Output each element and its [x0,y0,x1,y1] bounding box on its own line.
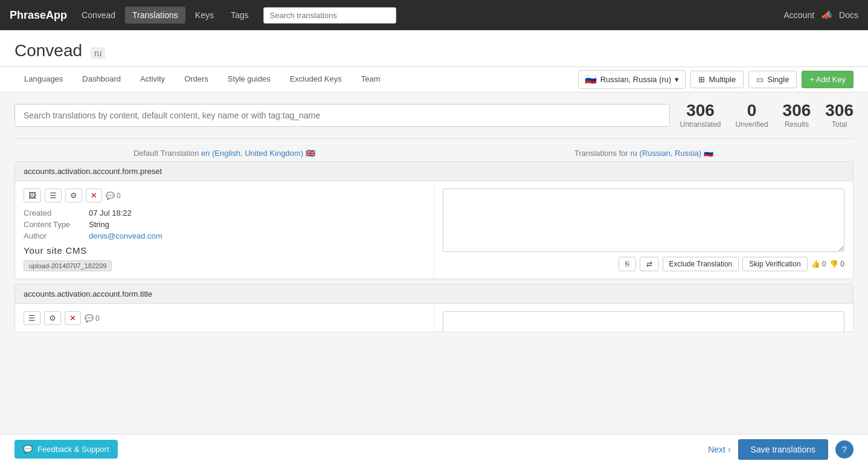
brand-logo: PhraseApp [10,9,67,22]
account-dropdown[interactable]: Account [784,10,815,20]
like-badge: 👍 0 [811,260,826,268]
comment-icon-2: 💬 [85,314,94,323]
subnav-dashboard[interactable]: Dashboard [72,67,130,92]
exclude-translation-action-button[interactable]: Exclude Translation [663,257,739,271]
skip-verification-button[interactable]: Skip Verification [742,257,807,271]
settings-tool-button[interactable]: ⚙ [65,188,82,202]
thumbs-up-icon: 👍 [811,260,820,268]
translation-input[interactable] [443,188,844,252]
language-label: Russian, Russia (ru) [600,75,672,84]
subnav-activity[interactable]: Activity [130,67,175,92]
subnav-languages[interactable]: Languages [14,67,72,92]
key-name: accounts.activation.account.form.preset [24,167,162,176]
settings-tool-button-2[interactable]: ⚙ [44,311,61,325]
search-stats-row: 306 Untranslated 0 Unverified 306 Result… [14,102,854,129]
meta-author: Author denis@convead.com [24,231,425,240]
list-tool-button-2[interactable]: ☰ [24,311,40,325]
page-title: Convead ru [14,41,854,60]
sub-nav: Languages Dashboard Activity Orders Styl… [0,67,868,92]
main-content: 306 Untranslated 0 Unverified 306 Result… [0,92,868,379]
image-tool-button[interactable]: 🖼 [24,188,41,202]
docs-link[interactable]: Docs [839,10,858,20]
card-key-row: accounts.activation.account.form.preset [15,162,853,181]
stat-results: 306 Results [783,102,811,129]
comment-count: 💬 0 [106,192,121,200]
meta-content-type: Content Type String [24,220,425,229]
nav-convead[interactable]: Convead [74,7,123,24]
subnav-style-guides[interactable]: Style guides [218,67,280,92]
table-icon: ▭ [756,75,764,84]
flag-ru-icon: 🇷🇺 [585,74,597,85]
translation-card: accounts.activation.account.form.preset … [14,161,854,279]
translation-input-2[interactable] [443,311,844,332]
card-left: 🖼 ☰ ⚙ ✕ 💬 0 Created 07 Jul 18:22 Content… [15,181,434,279]
top-search-wrap [263,7,396,24]
nav-keys[interactable]: Keys [188,7,221,24]
copy-button[interactable]: ⎘ [619,257,636,271]
column-headers: Default Translation en (English, United … [14,149,854,161]
card-tools: 🖼 ☰ ⚙ ✕ 💬 0 [24,188,425,202]
top-nav: PhraseApp Convead Translations Keys Tags… [0,0,868,30]
card-right-2 [434,304,853,332]
grid-icon: ⊞ [698,75,705,84]
nav-tags[interactable]: Tags [223,7,256,24]
meta-created: Created 07 Jul 18:22 [24,208,425,218]
default-text-2: Initial account form [24,331,425,332]
add-key-button[interactable]: + Add Key [802,71,854,88]
card-key-row-2: accounts.activation.account.form.title [15,285,853,304]
multiple-button[interactable]: ⊞ Multiple [690,71,744,88]
col-header-right: Translations for ru (Russian, Russia) 🇷🇺 [434,149,854,158]
megaphone-icon[interactable]: 📣 [821,10,832,20]
top-right-links: Account 📣 Docs [784,10,859,20]
translation-actions: ⎘ ⇄ Feedback & Support Exclude Translati… [443,257,844,271]
thumbs-down-icon: 👎 [829,260,838,268]
locale-badge: ru [91,47,105,59]
comment-icon: 💬 [106,192,115,200]
card-tools-2: ☰ ⚙ ✕ 💬 0 [24,311,425,325]
subnav-actions: 🇷🇺 Russian, Russia (ru) ▾ ⊞ Multiple ▭ S… [578,70,854,89]
main-search-input[interactable] [14,104,670,127]
dislike-badge: 👎 0 [829,260,844,268]
card-left-2: ☰ ⚙ ✕ 💬 0 Initial account form [15,304,434,332]
chevron-down-icon: ▾ [675,75,679,84]
tag-badge: upload-20140707_182209 [24,256,425,271]
page-header: Convead ru [0,30,868,67]
stats-block: 306 Untranslated 0 Unverified 306 Result… [680,102,854,129]
delete-tool-button-2[interactable]: ✕ [65,311,81,325]
comment-count-2: 💬 0 [85,314,100,323]
subnav-team[interactable]: Team [352,67,390,92]
language-selector[interactable]: 🇷🇺 Russian, Russia (ru) ▾ [578,70,686,89]
stat-unverified: 0 Unverified [736,102,768,129]
stat-total: 306 Total [825,102,854,129]
col-header-left: Default Translation en (English, United … [14,149,434,158]
divider [14,138,854,139]
default-text: Your site CMS [24,245,425,256]
card-right: ⎘ ⇄ Feedback & Support Exclude Translati… [434,181,853,279]
top-search-input[interactable] [263,7,396,24]
card-body-2: ☰ ⚙ ✕ 💬 0 Initial account form [15,304,853,332]
list-tool-button[interactable]: ☰ [45,188,62,202]
subnav-excluded-keys[interactable]: Excluded Keys [280,67,352,92]
subnav-orders[interactable]: Orders [175,67,218,92]
nav-translations[interactable]: Translations [125,7,185,24]
key-name-2: accounts.activation.account.form.title [24,289,152,298]
card-body: 🖼 ☰ ⚙ ✕ 💬 0 Created 07 Jul 18:22 Content… [15,181,853,279]
delete-tool-button[interactable]: ✕ [86,188,102,202]
translation-card-2: accounts.activation.account.form.title ☰… [14,284,854,332]
author-link[interactable]: denis@convead.com [89,231,162,240]
stat-untranslated: 306 Untranslated [680,102,721,129]
share-button[interactable]: ⇄ [640,257,659,271]
single-button[interactable]: ▭ Single [748,71,797,88]
